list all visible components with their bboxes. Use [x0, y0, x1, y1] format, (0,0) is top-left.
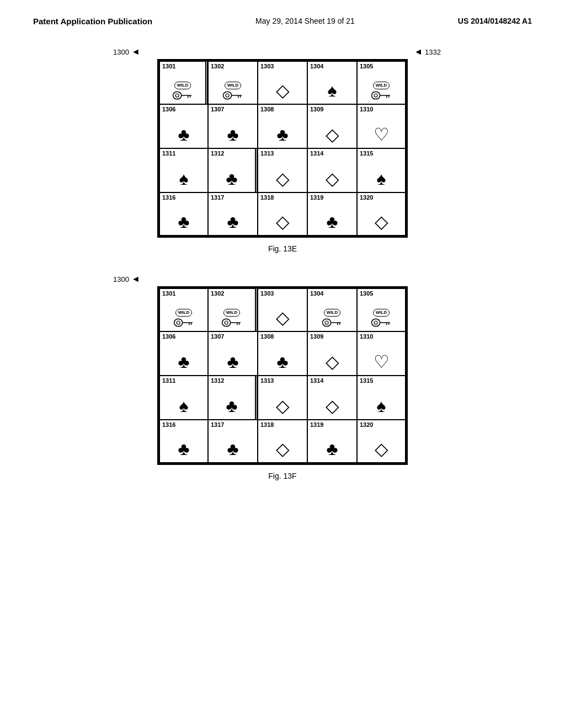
header-right: US 2014/0148242 A1 — [458, 17, 532, 25]
cell-1310: 1310♡ — [357, 104, 407, 148]
header-center: May 29, 2014 Sheet 19 of 21 — [255, 17, 355, 25]
cell-symbol-heart: ♡ — [374, 126, 390, 143]
cell-symbol-diamond_outline: ◇ — [276, 397, 290, 415]
cell-1314: 1314◇ — [307, 376, 357, 420]
cell-symbol-diamond_outline: ◇ — [326, 126, 339, 143]
cell-number-1318: 1318 — [260, 195, 274, 201]
cell-symbol-club: ♣ — [178, 353, 190, 371]
cell-1314: 1314◇ — [307, 148, 357, 192]
svg-point-0 — [173, 92, 182, 99]
cell-symbol-club: ♣ — [277, 126, 289, 143]
grid-13f: 1301 WILD 1302 WILD 1303◇1304 WILD 1305 — [157, 286, 408, 465]
cell-symbol-club: ♣ — [226, 170, 238, 188]
cell-number-1315: 1315 — [360, 151, 373, 157]
wild-symbol: WILD — [167, 82, 198, 101]
cell-number-1314: 1314 — [310, 378, 323, 384]
cell-number-1312: 1312 — [211, 378, 224, 384]
svg-point-16 — [177, 321, 180, 324]
cell-symbol-club: ♣ — [327, 440, 338, 458]
cell-1308: 1308♣ — [258, 104, 307, 148]
cell-1309: 1309◇ — [307, 331, 357, 376]
cell-symbol-club: ♣ — [227, 126, 239, 143]
svg-point-21 — [225, 321, 228, 324]
figure-13f: 1300 ◄ 1301 WILD 1302 WILD 1303◇1304 WIL… — [0, 286, 565, 480]
svg-point-31 — [374, 321, 377, 324]
cell-number-1316: 1316 — [162, 422, 175, 428]
cell-1319: 1319♣ — [307, 192, 357, 237]
cell-1308: 1308♣ — [258, 331, 307, 376]
caption-13f: Fig. 13F — [268, 472, 296, 480]
caption-13e: Fig. 13E — [268, 244, 297, 253]
cell-1315: 1315♠ — [357, 148, 407, 192]
cell-symbol-diamond_outline: ◇ — [276, 170, 290, 188]
cell-number-1317: 1317 — [211, 195, 224, 201]
cell-number-1306: 1306 — [162, 106, 175, 113]
wild-badge: WILD — [324, 309, 340, 317]
cell-number-1320: 1320 — [360, 195, 373, 201]
cell-number-1308: 1308 — [260, 106, 274, 113]
cell-number-1315: 1315 — [360, 378, 373, 384]
cell-symbol-diamond_outline: ◇ — [326, 397, 339, 415]
label-1300-13e: 1300 ◄ — [113, 47, 140, 57]
cell-1312: 1312♣ — [208, 148, 258, 192]
cell-1313: 1313◇ — [258, 148, 307, 192]
cell-1311: 1311♠ — [158, 376, 208, 420]
cell-1306: 1306♣ — [158, 104, 208, 148]
cell-1316: 1316♣ — [158, 192, 208, 237]
cell-1313: 1313◇ — [258, 376, 307, 420]
cell-1319: 1319♣ — [307, 420, 357, 464]
cell-number-1302: 1302 — [211, 63, 224, 69]
cell-1310: 1310♡ — [357, 331, 407, 376]
cell-symbol-spade: ♠ — [377, 397, 386, 415]
cell-1312: 1312♣ — [208, 376, 258, 420]
svg-point-25 — [323, 319, 331, 326]
cell-symbol-spade: ♠ — [377, 170, 386, 188]
cell-number-1320: 1320 — [360, 422, 373, 428]
figure-13e: 1300 ◄ ◄ 1332 1301 WILD 1302 WILD 1303◇1… — [0, 59, 565, 253]
cell-number-1307: 1307 — [211, 106, 224, 113]
cell-number-1311: 1311 — [162, 378, 175, 384]
cell-number-1317: 1317 — [211, 422, 224, 428]
cell-number-1302: 1302 — [211, 291, 224, 297]
cell-symbol-club: ♣ — [227, 353, 239, 371]
cell-number-1312: 1312 — [211, 151, 224, 157]
cell-number-1303: 1303 — [260, 291, 274, 297]
wild-badge: WILD — [225, 82, 241, 89]
cell-number-1305: 1305 — [360, 63, 373, 69]
cell-number-1318: 1318 — [260, 422, 274, 428]
wild-symbol: WILD — [217, 82, 248, 101]
cell-1306: 1306♣ — [158, 331, 208, 376]
cell-1301: 1301 WILD — [158, 287, 208, 331]
cell-symbol-diamond_outline: ◇ — [326, 170, 339, 188]
cell-number-1313: 1313 — [260, 151, 274, 157]
cell-1305: 1305 WILD — [357, 60, 407, 104]
cell-1307: 1307♣ — [208, 331, 258, 376]
cell-number-1311: 1311 — [162, 151, 175, 157]
cell-1318: 1318◇ — [258, 192, 307, 237]
cell-number-1310: 1310 — [360, 106, 373, 113]
wild-symbol: WILD — [168, 309, 199, 329]
cell-number-1307: 1307 — [211, 334, 224, 340]
cell-number-1303: 1303 — [260, 63, 274, 69]
label-1332-13e: ◄ 1332 — [414, 47, 441, 57]
svg-point-30 — [372, 319, 380, 326]
grid-13e: 1301 WILD 1302 WILD 1303◇1304♠1305 WILD … — [157, 59, 408, 238]
cell-1304: 1304♠ — [307, 60, 357, 104]
svg-point-26 — [325, 321, 328, 324]
cell-1309: 1309◇ — [307, 104, 357, 148]
cell-number-1301: 1301 — [162, 63, 175, 69]
cell-1317: 1317♣ — [208, 192, 258, 237]
cell-symbol-heart: ♡ — [374, 353, 390, 371]
cell-1311: 1311♠ — [158, 148, 208, 192]
svg-point-11 — [374, 94, 377, 97]
cell-symbol-diamond_outline: ◇ — [276, 440, 290, 458]
cell-symbol-club: ♣ — [178, 440, 190, 458]
cell-symbol-diamond_outline: ◇ — [276, 213, 290, 231]
cell-1301: 1301 WILD — [158, 60, 208, 104]
cell-number-1306: 1306 — [162, 334, 175, 340]
svg-point-5 — [223, 92, 232, 99]
cell-symbol-club: ♣ — [227, 213, 239, 231]
cell-symbol-club: ♣ — [226, 397, 238, 415]
wild-badge: WILD — [174, 82, 191, 89]
svg-point-15 — [174, 319, 183, 326]
